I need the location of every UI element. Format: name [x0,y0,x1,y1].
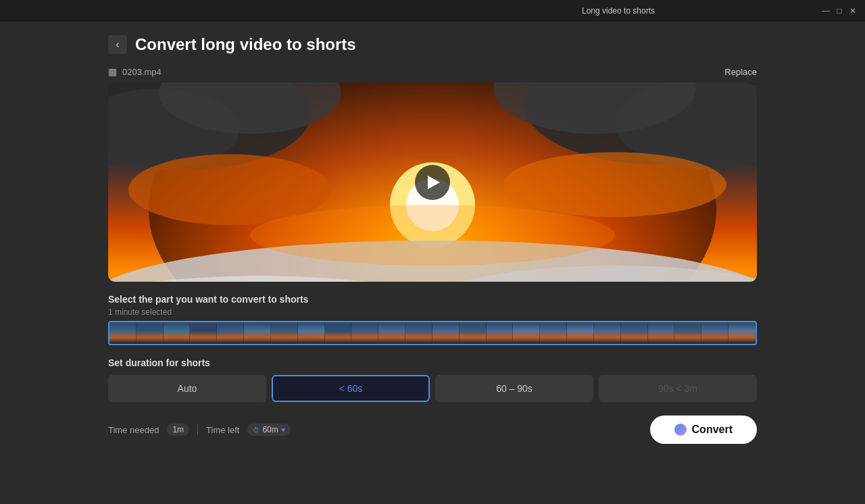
play-icon [428,176,440,189]
bottom-info: Time needed 1m Time left ⏱ 60m ♥ [108,424,291,436]
back-button[interactable]: ‹ [108,35,127,54]
timeline-frame [137,322,164,344]
timeline-frame [594,322,621,344]
timeline-frame [351,322,378,344]
selection-label: Select the part you want to convert to s… [108,294,757,305]
duration-lt60-button[interactable]: < 60s [272,375,430,402]
time-needed-label: Time needed [108,425,159,435]
time-left-label: Time left [206,425,239,435]
timeline-frame [378,322,405,344]
file-row: ▦ 0203.mp4 Replace [108,66,757,77]
duration-section: Set duration for shorts Auto < 60s 60 – … [108,357,757,402]
main-content: ‹ Convert long video to shorts ▦ 0203.mp… [0,22,865,504]
file-info: ▦ 0203.mp4 [108,66,162,77]
titlebar-controls: — □ ✕ [822,7,857,15]
timeline-frame [298,322,325,344]
timeline-frame [540,322,567,344]
duration-label: Set duration for shorts [108,357,757,368]
timeline-frame [109,322,137,344]
duration-auto-button[interactable]: Auto [108,375,266,402]
convert-button[interactable]: Convert [650,415,757,444]
page-title: Convert long video to shorts [135,35,356,54]
timeline-frame [460,322,487,344]
timeline-frame [487,322,514,344]
convert-label: Convert [692,424,733,436]
play-button[interactable] [415,165,450,200]
timeline-container[interactable] [108,321,757,345]
timeline-frame [190,322,217,344]
timeline-frame [217,322,244,344]
selection-section: Select the part you want to convert to s… [108,294,757,345]
video-container [108,82,757,282]
duration-6090-button[interactable]: 60 – 90s [435,375,593,402]
svg-point-16 [250,205,615,266]
close-button[interactable]: ✕ [849,7,857,15]
svg-point-11 [503,152,726,217]
bottom-row: Time needed 1m Time left ⏱ 60m ♥ Convert [108,415,757,444]
titlebar-title: Long video to shorts [415,6,822,16]
timeline-frame [164,322,191,344]
minimize-button[interactable]: — [822,7,830,15]
timeline-frame [701,322,728,344]
selection-sublabel: 1 minute selected [108,307,757,317]
timeline-frame [648,322,675,344]
timeline-frame [674,322,701,344]
titlebar: Long video to shorts — □ ✕ [0,0,865,22]
timeline-frame [325,322,352,344]
duration-options: Auto < 60s 60 – 90s 90s < 3m [108,375,757,402]
timeline-frame [567,322,594,344]
time-left-badge: ⏱ 60m ♥ [247,424,291,436]
header-row: ‹ Convert long video to shorts [108,35,757,54]
divider [197,424,198,435]
duration-90plus-button[interactable]: 90s < 3m [599,375,757,402]
time-needed-badge: 1m [167,424,189,436]
timeline-frame [432,322,460,344]
timeline-frame [271,322,298,344]
maximize-button[interactable]: □ [835,7,843,15]
heart-icon: ♥ [281,426,286,434]
convert-icon [674,424,687,436]
timeline-strip [109,322,756,344]
file-icon: ▦ [108,66,117,77]
timeline-frame [728,322,756,344]
timeline-frame [513,322,540,344]
timeline-frame [621,322,648,344]
clock-icon: ⏱ [253,426,260,434]
file-name: 0203.mp4 [122,67,162,77]
timeline-frame [244,322,271,344]
timeline-frame [405,322,432,344]
replace-button[interactable]: Replace [724,67,757,77]
time-left-value: 60m [262,425,278,434]
